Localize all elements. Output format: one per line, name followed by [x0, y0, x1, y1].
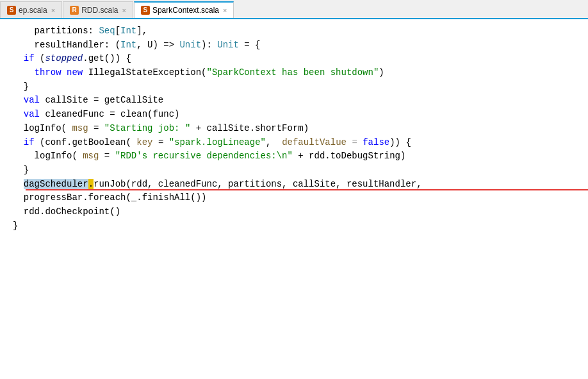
dot-highlight: .	[88, 179, 94, 189]
dag-scheduler-highlight: dagScheduler	[24, 179, 88, 189]
tab-rdd-scala[interactable]: R RDD.scala ×	[63, 1, 133, 18]
code-line-15: }	[13, 219, 588, 233]
code-line-10: logInfo( msg = "RDD's recursive dependen…	[13, 149, 588, 164]
code-line-11: }	[13, 164, 588, 178]
code-line-13: progressBar.foreach(_.finishAll())	[13, 191, 588, 205]
tab-sparkcontext-label: SparkContext.scala	[152, 6, 219, 15]
code-line-14: rdd.doCheckpoint()	[13, 205, 588, 219]
code-line-2: resultHandler: (Int, U) => Unit): Unit =…	[13, 38, 588, 53]
tab-sparkcontext-icon: S	[141, 6, 150, 15]
tab-rdd-scala-icon: R	[70, 6, 79, 15]
tab-sparkcontext-scala[interactable]: S SparkContext.scala ×	[134, 1, 234, 18]
tab-rdd-scala-label: RDD.scala	[81, 6, 118, 15]
tab-ep-scala-label: ep.scala	[19, 6, 47, 15]
code-line-5: }	[13, 80, 588, 94]
code-line-1: partitions: Seq[Int],	[13, 24, 588, 38]
code-line-8: logInfo( msg = "Starting job: " + callSi…	[13, 122, 588, 136]
code-line-4: throw new IllegalStateException("SparkCo…	[13, 66, 588, 80]
code-editor[interactable]: partitions: Seq[Int], resultHandler: (In…	[0, 19, 588, 379]
code-line-3: if (stopped.get()) {	[13, 52, 588, 66]
code-line-9: if (conf.getBoolean( key = "spark.logLin…	[13, 136, 588, 150]
tab-rdd-scala-close[interactable]: ×	[122, 6, 126, 14]
code-line-6: val callSite = getCallSite	[13, 94, 588, 108]
tab-sparkcontext-close[interactable]: ×	[223, 6, 227, 14]
tab-ep-scala-icon: S	[7, 6, 16, 15]
tab-ep-scala[interactable]: S ep.scala ×	[0, 1, 62, 18]
code-line-12: dagScheduler.runJob(rdd, cleanedFunc, pa…	[13, 178, 588, 192]
tab-bar: S ep.scala × R RDD.scala × S SparkContex…	[0, 0, 588, 19]
tab-ep-scala-close[interactable]: ×	[51, 6, 55, 14]
code-line-7: val cleanedFunc = clean(func)	[13, 108, 588, 122]
